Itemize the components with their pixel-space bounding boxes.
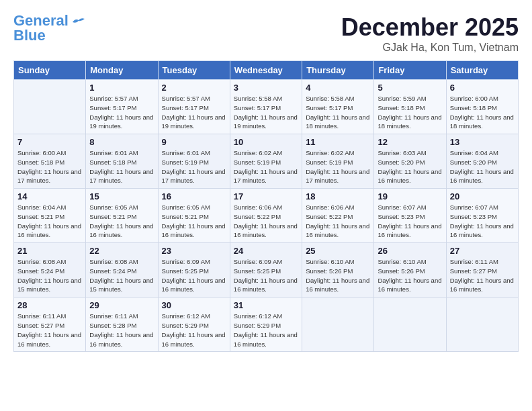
day-info: Sunrise: 5:59 AM Sunset: 5:18 PM Dayligh…	[378, 94, 442, 131]
day-number: 25	[306, 246, 370, 256]
calendar-cell: 27Sunrise: 6:11 AM Sunset: 5:27 PM Dayli…	[446, 243, 518, 298]
calendar-cell: 16Sunrise: 6:05 AM Sunset: 5:21 PM Dayli…	[158, 189, 230, 243]
logo: General Blue	[13, 13, 86, 43]
day-number: 11	[306, 137, 370, 147]
calendar-cell: 5Sunrise: 5:59 AM Sunset: 5:18 PM Daylig…	[374, 80, 446, 134]
day-info: Sunrise: 6:01 AM Sunset: 5:18 PM Dayligh…	[89, 148, 154, 185]
day-info: Sunrise: 6:11 AM Sunset: 5:27 PM Dayligh…	[450, 257, 515, 294]
day-number: 16	[162, 191, 226, 201]
week-row-2: 7Sunrise: 6:00 AM Sunset: 5:18 PM Daylig…	[14, 134, 519, 189]
logo-text: General Blue	[13, 13, 69, 43]
weekday-header-wednesday: Wednesday	[230, 61, 302, 80]
day-info: Sunrise: 6:05 AM Sunset: 5:21 PM Dayligh…	[89, 203, 154, 240]
day-number: 31	[234, 300, 298, 310]
day-info: Sunrise: 6:00 AM Sunset: 5:18 PM Dayligh…	[450, 94, 515, 131]
weekday-header-friday: Friday	[374, 61, 446, 80]
day-number: 4	[306, 83, 370, 93]
day-info: Sunrise: 5:58 AM Sunset: 5:17 PM Dayligh…	[234, 94, 298, 131]
calendar-cell: 22Sunrise: 6:08 AM Sunset: 5:24 PM Dayli…	[86, 243, 158, 298]
day-number: 29	[89, 300, 154, 310]
day-info: Sunrise: 6:00 AM Sunset: 5:18 PM Dayligh…	[17, 148, 82, 185]
weekday-header-saturday: Saturday	[446, 61, 518, 80]
calendar-cell: 20Sunrise: 6:07 AM Sunset: 5:23 PM Dayli…	[446, 189, 518, 243]
calendar-table: SundayMondayTuesdayWednesdayThursdayFrid…	[13, 60, 519, 352]
day-number: 15	[89, 191, 154, 201]
calendar-cell: 6Sunrise: 6:00 AM Sunset: 5:18 PM Daylig…	[446, 80, 518, 134]
day-info: Sunrise: 6:01 AM Sunset: 5:19 PM Dayligh…	[162, 148, 226, 185]
day-number: 9	[162, 137, 226, 147]
day-info: Sunrise: 6:07 AM Sunset: 5:23 PM Dayligh…	[378, 203, 442, 240]
weekday-header-thursday: Thursday	[302, 61, 374, 80]
day-number: 14	[17, 191, 82, 201]
day-info: Sunrise: 6:07 AM Sunset: 5:23 PM Dayligh…	[450, 203, 515, 240]
calendar-cell: 8Sunrise: 6:01 AM Sunset: 5:18 PM Daylig…	[86, 134, 158, 189]
day-number: 30	[162, 300, 226, 310]
calendar-cell: 11Sunrise: 6:02 AM Sunset: 5:19 PM Dayli…	[302, 134, 374, 189]
day-number: 23	[162, 246, 226, 256]
calendar-cell: 28Sunrise: 6:11 AM Sunset: 5:27 PM Dayli…	[14, 298, 86, 352]
day-info: Sunrise: 6:04 AM Sunset: 5:21 PM Dayligh…	[17, 203, 82, 240]
day-number: 12	[378, 137, 442, 147]
day-info: Sunrise: 6:02 AM Sunset: 5:19 PM Dayligh…	[306, 148, 370, 185]
calendar-cell: 14Sunrise: 6:04 AM Sunset: 5:21 PM Dayli…	[14, 189, 86, 243]
calendar-cell: 19Sunrise: 6:07 AM Sunset: 5:23 PM Dayli…	[374, 189, 446, 243]
day-number: 28	[17, 300, 82, 310]
location: GJak Ha, Kon Tum, Vietnam	[341, 42, 519, 54]
day-info: Sunrise: 6:12 AM Sunset: 5:29 PM Dayligh…	[234, 312, 298, 349]
day-info: Sunrise: 5:58 AM Sunset: 5:17 PM Dayligh…	[306, 94, 370, 131]
calendar-cell: 25Sunrise: 6:10 AM Sunset: 5:26 PM Dayli…	[302, 243, 374, 298]
week-row-5: 28Sunrise: 6:11 AM Sunset: 5:27 PM Dayli…	[14, 298, 519, 352]
day-info: Sunrise: 6:06 AM Sunset: 5:22 PM Dayligh…	[306, 203, 370, 240]
day-info: Sunrise: 6:08 AM Sunset: 5:24 PM Dayligh…	[17, 257, 82, 294]
day-info: Sunrise: 5:57 AM Sunset: 5:17 PM Dayligh…	[162, 94, 226, 131]
day-info: Sunrise: 6:04 AM Sunset: 5:20 PM Dayligh…	[450, 148, 515, 185]
day-number: 2	[162, 83, 226, 93]
calendar-cell: 31Sunrise: 6:12 AM Sunset: 5:29 PM Dayli…	[230, 298, 302, 352]
calendar-cell: 17Sunrise: 6:06 AM Sunset: 5:22 PM Dayli…	[230, 189, 302, 243]
calendar-cell	[14, 80, 86, 134]
calendar-cell: 7Sunrise: 6:00 AM Sunset: 5:18 PM Daylig…	[14, 134, 86, 189]
day-info: Sunrise: 6:08 AM Sunset: 5:24 PM Dayligh…	[89, 257, 154, 294]
calendar-cell: 9Sunrise: 6:01 AM Sunset: 5:19 PM Daylig…	[158, 134, 230, 189]
calendar-cell: 3Sunrise: 5:58 AM Sunset: 5:17 PM Daylig…	[230, 80, 302, 134]
title-block: December 2025 GJak Ha, Kon Tum, Vietnam	[341, 13, 519, 54]
calendar-cell	[446, 298, 518, 352]
day-info: Sunrise: 5:57 AM Sunset: 5:17 PM Dayligh…	[89, 94, 154, 131]
day-number: 13	[450, 137, 515, 147]
calendar-cell: 4Sunrise: 5:58 AM Sunset: 5:17 PM Daylig…	[302, 80, 374, 134]
day-number: 6	[450, 83, 515, 93]
day-number: 22	[89, 246, 154, 256]
week-row-3: 14Sunrise: 6:04 AM Sunset: 5:21 PM Dayli…	[14, 189, 519, 243]
day-info: Sunrise: 6:12 AM Sunset: 5:29 PM Dayligh…	[162, 312, 226, 349]
calendar-cell: 30Sunrise: 6:12 AM Sunset: 5:29 PM Dayli…	[158, 298, 230, 352]
day-info: Sunrise: 6:10 AM Sunset: 5:26 PM Dayligh…	[378, 257, 442, 294]
day-info: Sunrise: 6:10 AM Sunset: 5:26 PM Dayligh…	[306, 257, 370, 294]
calendar-cell: 12Sunrise: 6:03 AM Sunset: 5:20 PM Dayli…	[374, 134, 446, 189]
calendar-cell: 15Sunrise: 6:05 AM Sunset: 5:21 PM Dayli…	[86, 189, 158, 243]
calendar-cell: 2Sunrise: 5:57 AM Sunset: 5:17 PM Daylig…	[158, 80, 230, 134]
day-info: Sunrise: 6:09 AM Sunset: 5:25 PM Dayligh…	[234, 257, 298, 294]
day-number: 3	[234, 83, 298, 93]
day-info: Sunrise: 6:11 AM Sunset: 5:27 PM Dayligh…	[17, 312, 82, 349]
day-number: 1	[89, 83, 154, 93]
day-number: 10	[234, 137, 298, 147]
day-number: 26	[378, 246, 442, 256]
day-info: Sunrise: 6:03 AM Sunset: 5:20 PM Dayligh…	[378, 148, 442, 185]
calendar-cell: 21Sunrise: 6:08 AM Sunset: 5:24 PM Dayli…	[14, 243, 86, 298]
page-header: General Blue December 2025 GJak Ha, Kon …	[13, 13, 519, 54]
day-number: 17	[234, 191, 298, 201]
day-info: Sunrise: 6:02 AM Sunset: 5:19 PM Dayligh…	[234, 148, 298, 185]
calendar-cell: 26Sunrise: 6:10 AM Sunset: 5:26 PM Dayli…	[374, 243, 446, 298]
day-number: 27	[450, 246, 515, 256]
logo-blue: Blue	[13, 27, 46, 44]
calendar-cell: 23Sunrise: 6:09 AM Sunset: 5:25 PM Dayli…	[158, 243, 230, 298]
day-number: 19	[378, 191, 442, 201]
calendar-cell	[302, 298, 374, 352]
logo-bird-icon	[71, 17, 86, 28]
week-row-4: 21Sunrise: 6:08 AM Sunset: 5:24 PM Dayli…	[14, 243, 519, 298]
calendar-cell: 18Sunrise: 6:06 AM Sunset: 5:22 PM Dayli…	[302, 189, 374, 243]
calendar-cell: 24Sunrise: 6:09 AM Sunset: 5:25 PM Dayli…	[230, 243, 302, 298]
day-info: Sunrise: 6:06 AM Sunset: 5:22 PM Dayligh…	[234, 203, 298, 240]
day-number: 24	[234, 246, 298, 256]
weekday-header-row: SundayMondayTuesdayWednesdayThursdayFrid…	[14, 61, 519, 80]
